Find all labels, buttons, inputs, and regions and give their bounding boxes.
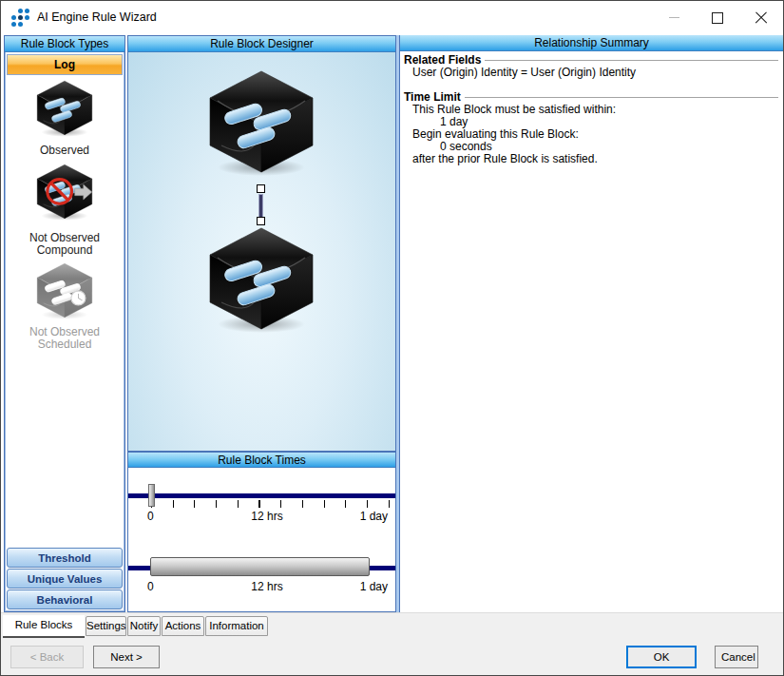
time-limit-line: after the prior Rule Block is satisfied. — [404, 153, 778, 165]
observed-cube-icon[interactable] — [34, 80, 95, 138]
rule-block-types-panel: Rule Block Types Log Observed Not Observ… — [4, 35, 125, 612]
connector-top-handle[interactable] — [257, 184, 265, 193]
unique-values-type-button[interactable]: Unique Values — [7, 569, 123, 589]
not-observed-scheduled-icon — [34, 262, 95, 320]
slider-ticks — [151, 500, 390, 508]
clock-icon — [71, 291, 86, 305]
section-spacer — [404, 79, 778, 90]
related-fields-line: User (Origin) Identity = User (Origin) I… — [404, 67, 778, 79]
slider-start-label: 0 — [147, 580, 154, 593]
next-button[interactable]: Next > — [93, 646, 160, 668]
maximize-icon — [712, 12, 723, 24]
rule-block-types-header: Rule Block Types — [5, 36, 124, 52]
slider-end-label: 1 day — [360, 580, 388, 593]
maximize-button[interactable] — [696, 1, 739, 34]
close-icon — [755, 11, 768, 25]
close-button[interactable] — [739, 1, 783, 34]
behavioral-type-button[interactable]: Behavioral — [7, 589, 123, 609]
tab-settings[interactable]: Settings — [86, 616, 126, 636]
rule-block-times-header: Rule Block Times — [128, 452, 395, 468]
type-buttons-group: Threshold Unique Values Behavioral — [7, 547, 123, 609]
window-controls — [652, 1, 783, 34]
tab-information[interactable]: Information — [205, 616, 268, 636]
rule-block-2-cube[interactable] — [204, 226, 318, 335]
slider-end-label: 1 day — [360, 510, 388, 523]
rule-block-1-cube[interactable] — [204, 69, 318, 178]
window-title: AI Engine Rule Wizard — [37, 10, 157, 24]
tab-notify[interactable]: Notify — [127, 616, 161, 636]
threshold-type-button[interactable]: Threshold — [7, 548, 123, 568]
title-bar: AI Engine Rule Wizard — [1, 1, 783, 35]
ok-button[interactable]: OK — [626, 646, 697, 668]
relationship-summary-panel: Relationship Summary Related Fields User… — [400, 35, 783, 612]
rule-block-designer-panel: Rule Block Designer Rule Block Times 0 1… — [127, 35, 396, 612]
tab-actions[interactable]: Actions — [162, 616, 204, 636]
relationship-summary-body: Related Fields User (Origin) Identity = … — [400, 51, 783, 165]
rule-block-times-body: 0 12 hrs 1 day 0 12 hrs 1 day — [128, 468, 395, 611]
observed-label: Observed — [9, 145, 121, 157]
slider-start-label: 0 — [147, 510, 154, 523]
slider-range-bar[interactable] — [150, 557, 370, 576]
cancel-button[interactable]: Cancel — [715, 646, 758, 668]
rule-block-designer-header: Rule Block Designer — [128, 36, 395, 52]
related-fields-section-title: Related Fields — [404, 53, 778, 67]
slider-middle-label: 12 hrs — [229, 510, 305, 523]
rule-block-connector[interactable] — [258, 194, 263, 218]
minimize-icon — [669, 17, 679, 18]
connector-bottom-handle[interactable] — [257, 217, 265, 225]
back-button: < Back — [10, 646, 84, 668]
time-limit-section-title: Time Limit — [404, 90, 778, 104]
bottom-bar: Rule Blocks Settings Notify Actions Info… — [1, 612, 783, 675]
not-observed-compound-label: Not Observed Compound — [9, 232, 121, 257]
log-type-button[interactable]: Log — [7, 54, 123, 75]
tab-rule-blocks[interactable]: Rule Blocks — [3, 615, 85, 638]
designer-canvas[interactable] — [128, 52, 395, 452]
related-fields-title-text: Related Fields — [404, 53, 481, 67]
not-observed-scheduled-label: Not Observed Scheduled — [9, 326, 121, 351]
logrhythm-logo-icon — [11, 9, 30, 28]
slider-thumb[interactable] — [148, 484, 155, 507]
slider-track[interactable] — [128, 493, 395, 498]
ai-engine-rule-wizard-window: AI Engine Rule Wizard Rule Block Types L… — [0, 0, 784, 676]
slider-middle-label: 12 hrs — [229, 580, 305, 593]
not-observed-compound-icon[interactable] — [34, 164, 95, 222]
time-limit-title-text: Time Limit — [404, 90, 461, 104]
minimize-button — [652, 1, 696, 34]
relationship-summary-header: Relationship Summary — [400, 35, 783, 51]
